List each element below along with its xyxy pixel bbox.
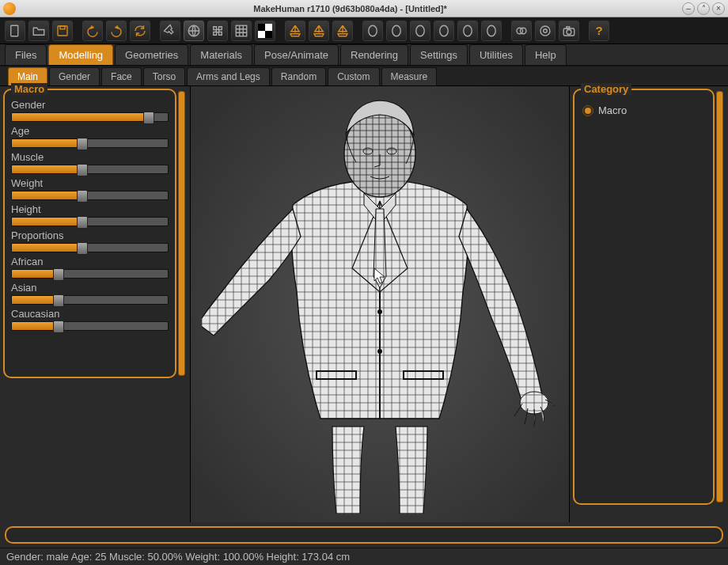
- maximize-button[interactable]: ˄: [697, 2, 710, 15]
- slider-track[interactable]: [11, 269, 169, 279]
- slider-thumb[interactable]: [77, 138, 88, 150]
- viewport-3d[interactable]: [190, 86, 570, 522]
- tab-files[interactable]: Files: [5, 44, 47, 65]
- svg-point-19: [567, 29, 571, 34]
- slider-thumb[interactable]: [77, 190, 88, 203]
- slider-track[interactable]: [11, 165, 169, 174]
- head-top2-icon[interactable]: [434, 21, 454, 41]
- slider-label: Gender: [11, 99, 169, 111]
- slider-label: Weight: [11, 177, 169, 189]
- slider-track[interactable]: [11, 138, 169, 148]
- svg-point-13: [487, 25, 496, 36]
- globe-icon[interactable]: [184, 21, 204, 41]
- svg-point-15: [521, 28, 527, 34]
- slider-track[interactable]: [11, 243, 169, 252]
- subtab-face[interactable]: Face: [101, 67, 142, 85]
- head-top1-icon[interactable]: [410, 21, 430, 41]
- head-top4-icon[interactable]: [481, 21, 502, 41]
- minimize-button[interactable]: –: [682, 2, 695, 15]
- svg-rect-0: [11, 25, 18, 36]
- pin-icon[interactable]: [160, 21, 180, 41]
- slider-weight: Weight: [11, 177, 169, 200]
- macro-panel: Macro GenderAgeMuscleWeightHeightProport…: [3, 89, 176, 378]
- svg-point-25: [377, 349, 382, 354]
- slider-age: Age: [11, 125, 169, 148]
- svg-point-9: [392, 25, 401, 36]
- undo-icon[interactable]: [82, 21, 103, 41]
- slider-proportions: Proportions: [11, 229, 169, 252]
- slider-label: Muscle: [11, 151, 169, 163]
- left-scrollbar[interactable]: [178, 91, 185, 376]
- tab-settings[interactable]: Settings: [410, 44, 468, 65]
- slider-thumb[interactable]: [53, 320, 64, 333]
- category-option-label: Macro: [598, 104, 627, 116]
- category-panel: Category Macro: [573, 89, 715, 505]
- slider-gender: Gender: [11, 99, 169, 122]
- subtab-gender[interactable]: Gender: [49, 67, 100, 85]
- left-panel: Macro GenderAgeMuscleWeightHeightProport…: [0, 86, 190, 522]
- grid-icon[interactable]: [231, 21, 252, 41]
- slider-thumb[interactable]: [53, 268, 64, 281]
- tab-modelling[interactable]: Modelling: [48, 44, 113, 65]
- redo-icon[interactable]: [106, 21, 127, 41]
- tab-pose-animate[interactable]: Pose/Animate: [254, 44, 339, 65]
- boat3-icon[interactable]: [332, 21, 353, 41]
- right-scrollbar[interactable]: [716, 91, 723, 502]
- subtab-arms-and-legs[interactable]: Arms and Legs: [187, 67, 270, 85]
- open-icon[interactable]: [28, 21, 49, 41]
- slider-track[interactable]: [11, 321, 169, 331]
- svg-point-16: [540, 26, 550, 36]
- boat1-icon[interactable]: [285, 21, 305, 41]
- slider-track[interactable]: [11, 217, 169, 226]
- slider-caucasian: Caucasian: [11, 308, 169, 331]
- svg-text:?: ?: [595, 24, 602, 37]
- tab-geometries[interactable]: Geometries: [115, 44, 188, 65]
- slider-track[interactable]: [11, 295, 169, 305]
- slider-thumb[interactable]: [53, 294, 64, 307]
- camera-icon[interactable]: [559, 21, 579, 41]
- head-front-icon[interactable]: [362, 21, 383, 41]
- status-input[interactable]: [5, 526, 723, 544]
- tab-utilities[interactable]: Utilities: [469, 44, 523, 65]
- slider-african: African: [11, 256, 169, 279]
- status-input-area: [0, 522, 728, 548]
- tab-help[interactable]: Help: [525, 44, 567, 65]
- subtab-measure[interactable]: Measure: [381, 67, 438, 85]
- subtab-random[interactable]: Random: [271, 67, 326, 85]
- blobs-icon[interactable]: [511, 21, 532, 41]
- svg-point-17: [544, 28, 548, 32]
- boat2-icon[interactable]: [309, 21, 329, 41]
- save-icon[interactable]: [52, 21, 73, 41]
- head-top3-icon[interactable]: [457, 21, 478, 41]
- slider-thumb[interactable]: [77, 164, 88, 176]
- slider-thumb[interactable]: [77, 216, 88, 229]
- slider-thumb[interactable]: [77, 242, 88, 255]
- head-side-icon[interactable]: [386, 21, 407, 41]
- slider-label: Caucasian: [11, 308, 169, 320]
- slider-track[interactable]: [11, 191, 169, 200]
- slider-asian: Asian: [11, 282, 169, 305]
- puzzle-icon[interactable]: [207, 21, 228, 41]
- macro-panel-title: Macro: [11, 83, 47, 95]
- slider-label: Height: [11, 203, 169, 215]
- slider-muscle: Muscle: [11, 151, 169, 174]
- slider-thumb[interactable]: [143, 112, 154, 124]
- slider-track[interactable]: [11, 112, 169, 122]
- tab-rendering[interactable]: Rendering: [340, 44, 408, 65]
- checker-icon[interactable]: [255, 21, 275, 41]
- tab-materials[interactable]: Materials: [190, 44, 252, 65]
- target-icon[interactable]: [535, 21, 555, 41]
- close-button[interactable]: ×: [712, 2, 725, 15]
- workspace: Macro GenderAgeMuscleWeightHeightProport…: [0, 86, 728, 522]
- category-option-macro[interactable]: Macro: [581, 101, 707, 119]
- svg-rect-1: [58, 26, 67, 36]
- window-title: MakeHuman r1710 (9d63b080a4da) - [Untitl…: [21, 4, 680, 13]
- svg-point-10: [416, 25, 425, 36]
- refresh-icon[interactable]: [130, 21, 150, 41]
- file-icon[interactable]: [5, 21, 25, 41]
- help-icon[interactable]: ?: [589, 21, 609, 41]
- right-panel: Category Macro: [570, 86, 728, 522]
- subtab-torso[interactable]: Torso: [143, 67, 185, 85]
- subtab-custom[interactable]: Custom: [328, 67, 379, 85]
- slider-label: Age: [11, 125, 169, 137]
